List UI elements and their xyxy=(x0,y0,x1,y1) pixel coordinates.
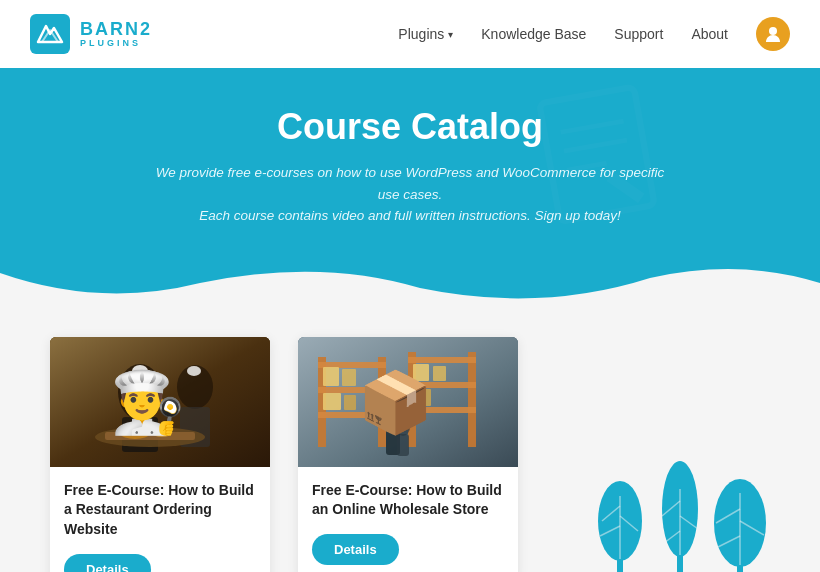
svg-rect-17 xyxy=(187,366,201,376)
logo-subtitle: PLUGINS xyxy=(80,38,152,48)
svg-point-39 xyxy=(396,418,410,436)
svg-rect-13 xyxy=(105,432,195,440)
hero-section: Course Catalog We provide free e-courses… xyxy=(0,68,820,307)
svg-point-14 xyxy=(121,429,149,439)
course-card-1: Free E-Course: How to Build a Restaurant… xyxy=(50,337,270,572)
user-avatar[interactable] xyxy=(756,17,790,51)
chevron-down-icon: ▾ xyxy=(448,29,453,40)
card-1-body: Free E-Course: How to Build a Restaurant… xyxy=(50,467,270,572)
svg-rect-7 xyxy=(50,337,270,467)
nav-plugins[interactable]: Plugins ▾ xyxy=(398,26,453,42)
svg-rect-33 xyxy=(408,407,476,413)
hero-description: We provide free e-courses on how to use … xyxy=(150,162,670,227)
card-1-title: Free E-Course: How to Build a Restaurant… xyxy=(64,481,256,540)
svg-rect-27 xyxy=(323,393,341,410)
card-1-image xyxy=(50,337,270,467)
svg-rect-48 xyxy=(677,555,683,572)
svg-rect-32 xyxy=(408,382,476,388)
trees-svg xyxy=(580,451,780,572)
logo-icon xyxy=(30,14,70,54)
card-2-title: Free E-Course: How to Build an Online Wh… xyxy=(312,481,504,520)
card-2-details-button[interactable]: Details xyxy=(312,534,399,565)
logo-title: BARN2 xyxy=(80,20,152,38)
hero-title: Course Catalog xyxy=(40,106,780,148)
svg-point-8 xyxy=(118,364,162,420)
svg-rect-42 xyxy=(617,559,623,572)
card-2-body: Free E-Course: How to Build an Online Wh… xyxy=(298,467,518,572)
site-header: BARN2 PLUGINS Plugins ▾ Knowledge Base S… xyxy=(0,0,820,68)
svg-point-15 xyxy=(152,429,172,437)
svg-rect-34 xyxy=(413,364,429,381)
svg-rect-30 xyxy=(468,352,476,447)
svg-rect-23 xyxy=(318,387,386,393)
card-1-details-button[interactable]: Details xyxy=(64,554,151,572)
content-section: Free E-Course: How to Build a Restaurant… xyxy=(0,307,820,572)
user-icon xyxy=(764,25,782,43)
svg-rect-24 xyxy=(318,412,386,418)
svg-rect-28 xyxy=(344,395,356,410)
card-2-image xyxy=(298,337,518,467)
svg-rect-26 xyxy=(342,369,356,386)
svg-rect-31 xyxy=(408,357,476,363)
svg-rect-36 xyxy=(413,389,431,406)
trees-illustration xyxy=(580,451,780,572)
svg-rect-25 xyxy=(323,367,339,386)
logo-text: BARN2 PLUGINS xyxy=(80,20,152,48)
svg-rect-29 xyxy=(408,352,416,447)
svg-point-1 xyxy=(769,27,777,35)
nav-about[interactable]: About xyxy=(691,26,728,42)
nav-knowledge-base[interactable]: Knowledge Base xyxy=(481,26,586,42)
svg-rect-54 xyxy=(737,565,743,572)
svg-rect-21 xyxy=(378,357,386,447)
course-card-2: Free E-Course: How to Build an Online Wh… xyxy=(298,337,518,572)
svg-rect-40 xyxy=(397,434,409,456)
svg-rect-16 xyxy=(132,365,148,377)
main-nav: Plugins ▾ Knowledge Base Support About xyxy=(398,17,790,51)
svg-point-37 xyxy=(385,412,401,432)
svg-rect-35 xyxy=(433,366,446,381)
nav-support[interactable]: Support xyxy=(614,26,663,42)
logo[interactable]: BARN2 PLUGINS xyxy=(30,14,152,54)
hero-wave xyxy=(0,253,820,307)
